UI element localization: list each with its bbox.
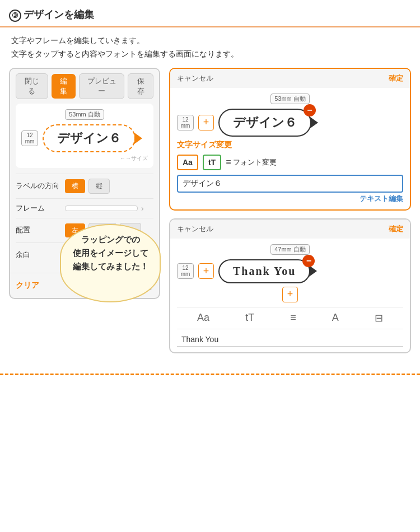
step-number: ③ <box>9 10 21 22</box>
page-header: ③デザインを編集 <box>0 0 420 27</box>
frame-select[interactable] <box>65 206 138 211</box>
main-content: 閉じる 編集 プレビュー 保存 53mm 自動 12mm デザイン６ ←→サイズ… <box>0 68 420 365</box>
right-bottom-size-badge: 47mm 自動 <box>270 244 310 255</box>
setting-frame: フレーム › <box>16 198 153 218</box>
tool-layout-icon[interactable]: ⊟ <box>375 312 383 324</box>
right-bottom-content: 47mm 自動 12mm + Thank You − + Aa <box>170 239 410 352</box>
setting-label-direction-label: ラベルの方向 <box>16 181 60 191</box>
description-line2: 文字をタップすると内容やフォントを編集する画面になります。 <box>11 48 409 61</box>
chevron-right-icon: › <box>141 204 144 213</box>
balloon: ラッピングでの 使用をイメージして 編集してみました！ <box>60 224 161 302</box>
minus-circle-bottom[interactable]: − <box>302 255 315 267</box>
right-bottom-design-row: 12mm + Thank You − <box>177 259 403 283</box>
tool-tt-icon[interactable]: tT <box>245 312 254 324</box>
bottom-tool-row: Aa tT ≡ A ⊟ <box>177 307 403 329</box>
right-top-toolbar: キャンセル 確定 <box>170 69 410 88</box>
setting-frame-label: フレーム <box>16 203 60 213</box>
right-top-content: 53mm 自動 12mm + デザイン６ − 文字サイズ変更 Aa tT フォン… <box>170 88 410 209</box>
left-toolbar: 閉じる 編集 プレビュー 保存 <box>10 69 159 104</box>
font-size-change-label: 文字サイズ変更 <box>177 140 403 150</box>
right-top-plus-btn[interactable]: + <box>198 115 214 130</box>
thank-you-wrapper[interactable]: Thank You − <box>218 259 310 283</box>
bottom-dashed-border <box>0 374 420 375</box>
tool-font-color-icon[interactable]: A <box>332 312 339 324</box>
description: 文字やフレームを編集していきます。 文字をタップすると内容やフォントを編集する画… <box>0 27 420 68</box>
direction-horizontal-btn[interactable]: 横 <box>65 179 85 193</box>
left-preview-area: 53mm 自動 12mm デザイン６ ←→サイズ <box>16 104 153 168</box>
close-button[interactable]: 閉じる <box>16 73 48 99</box>
thank-you-label[interactable]: Thank You <box>218 259 310 283</box>
setting-alignment-label: 配置 <box>16 225 60 235</box>
right-panels: キャンセル 確定 53mm 自動 12mm + デザイン６ − 文字サイズ変更 <box>169 68 411 353</box>
right-panel-top: キャンセル 確定 53mm 自動 12mm + デザイン６ − 文字サイズ変更 <box>169 68 411 211</box>
direction-vertical-btn[interactable]: 縦 <box>88 179 110 194</box>
right-bottom-cancel-button[interactable]: キャンセル <box>177 224 213 234</box>
resize-indicator: ←→サイズ <box>21 155 148 162</box>
setting-label-direction: ラベルの方向 横 縦 <box>16 174 153 198</box>
right-top-size-badge: 53mm 自動 <box>270 94 310 104</box>
right-bottom-toolbar: キャンセル 確定 <box>170 220 410 239</box>
text-input-top[interactable] <box>177 175 403 193</box>
right-top-design-row: 12mm + デザイン６ − <box>177 109 403 137</box>
right-top-label-wrapper[interactable]: デザイン６ − <box>218 109 311 137</box>
right-bottom-mm-badge: 12mm <box>177 263 194 279</box>
page-title: ③デザインを編集 <box>9 9 94 20</box>
right-top-confirm-button[interactable]: 確定 <box>389 73 403 83</box>
balloon-line1: ラッピングでの <box>81 235 140 244</box>
right-top-design-label[interactable]: デザイン６ <box>218 109 311 137</box>
save-button[interactable]: 保存 <box>128 73 153 99</box>
text-input-bottom[interactable] <box>177 333 403 347</box>
tool-aa-icon[interactable]: Aa <box>197 312 209 324</box>
font-aa-button[interactable]: Aa <box>177 155 198 170</box>
text-edit-label: テキスト編集 <box>177 194 403 204</box>
balloon-line2: 使用をイメージして <box>73 248 148 258</box>
minus-circle-top[interactable]: − <box>304 104 316 116</box>
font-change-label: フォント変更 <box>226 157 277 167</box>
right-panel-bottom: キャンセル 確定 47mm 自動 12mm + Thank You − <box>169 218 411 353</box>
description-line1: 文字やフレームを編集していきます。 <box>11 34 409 48</box>
left-design-label-wrapper[interactable]: デザイン６ <box>43 124 136 152</box>
right-top-cancel-button[interactable]: キャンセル <box>177 73 213 83</box>
right-bottom-confirm-button[interactable]: 確定 <box>389 224 403 234</box>
left-size-badge: 53mm 自動 <box>65 109 104 120</box>
setting-frame-value: › <box>65 204 153 213</box>
font-tt-button[interactable]: tT <box>203 155 221 170</box>
right-top-mm-badge: 12mm <box>177 115 194 130</box>
balloon-line3: 編集してみました！ <box>73 262 148 271</box>
setting-label-direction-value: 横 縦 <box>65 179 153 194</box>
tool-align-icon[interactable]: ≡ <box>290 312 296 324</box>
edit-button[interactable]: 編集 <box>52 74 76 99</box>
left-design-row: 12mm デザイン６ <box>21 124 148 152</box>
right-bottom-plus-below[interactable]: + <box>282 287 298 302</box>
setting-margin-label: 余白 <box>16 250 60 260</box>
clear-button[interactable]: クリア <box>16 281 39 291</box>
font-buttons-row: Aa tT フォント変更 <box>177 155 403 170</box>
right-bottom-plus-top[interactable]: + <box>198 263 214 279</box>
preview-button[interactable]: プレビュー <box>79 73 124 99</box>
left-mm-badge: 12mm <box>21 130 38 146</box>
left-design-label[interactable]: デザイン６ <box>43 124 136 152</box>
